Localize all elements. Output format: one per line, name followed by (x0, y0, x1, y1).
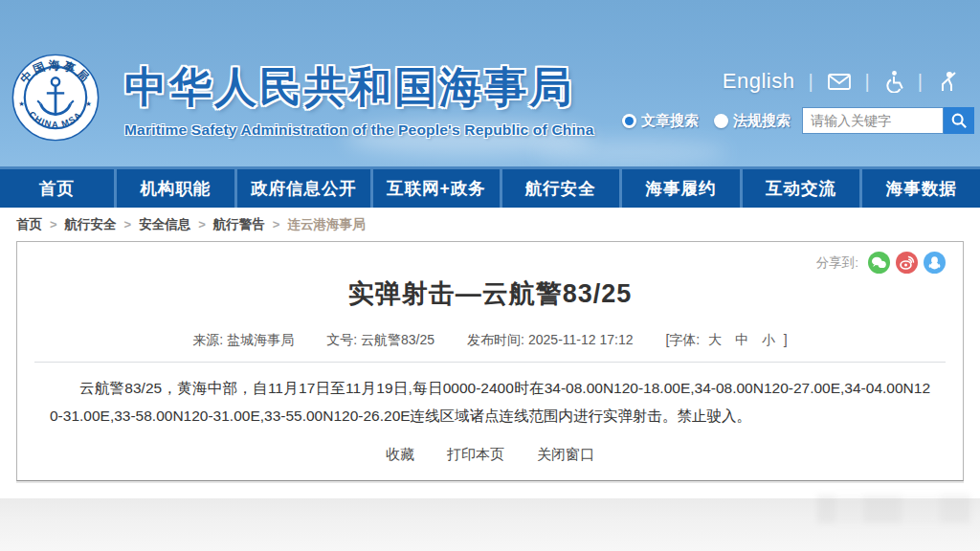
svg-text:★: ★ (18, 99, 25, 108)
font-size-suffix: ] (784, 332, 788, 347)
breadcrumb-separator: > (50, 217, 57, 231)
font-size-controls: [字体: 大 中 小 ] (665, 332, 787, 349)
breadcrumb: 首页 > 航行安全 > 安全信息 > 航行警告 > 连云港海事局 (0, 208, 980, 241)
article-body: 云航警83/25，黄海中部，自11月17日至11月19日,每日0000-2400… (50, 375, 930, 430)
breadcrumb-separator: > (198, 217, 206, 231)
meta-source: 来源:盐城海事局 (192, 332, 294, 349)
nav-item-interaction[interactable]: 互动交流 (743, 169, 860, 208)
search-bar: 文章搜索 法规搜索 (622, 107, 974, 134)
font-size-large-button[interactable]: 大 (708, 332, 722, 347)
radio-unselected-icon (714, 114, 728, 128)
share-row: 分享到: (816, 252, 946, 274)
cloud-decoration (536, 140, 727, 165)
meta-doc-no: 文号:云航警83/25 (326, 332, 434, 349)
search-input[interactable] (802, 107, 944, 134)
meta-source-label: 来源: (192, 332, 223, 347)
breadcrumb-item-navigation-safety[interactable]: 航行安全 (65, 216, 117, 233)
article-actions: 收藏 打印本页 关闭窗口 (17, 446, 963, 464)
meta-source-value: 盐城海事局 (227, 332, 294, 347)
favorite-button[interactable]: 收藏 (386, 446, 414, 464)
breadcrumb-item-safety-info[interactable]: 安全信息 (139, 216, 190, 233)
msa-logo[interactable]: 中国海事局 CHINA MSA ★ ★ (11, 54, 100, 142)
site-subtitle: Maritime Safety Administration of the Pe… (124, 121, 593, 139)
page: 中国海事局 CHINA MSA ★ ★ 中华人民共和国海事局 Maritime … (0, 0, 980, 551)
wechat-share-icon[interactable] (868, 252, 890, 274)
site-banner: 中国海事局 CHINA MSA ★ ★ 中华人民共和国海事局 Maritime … (0, 0, 980, 166)
breadcrumb-item-navigation-warning[interactable]: 航行警告 (213, 216, 265, 233)
meta-divider (34, 362, 946, 363)
article-title: 实弹射击—云航警83/25 (17, 276, 963, 311)
site-title: 中华人民共和国海事局 (124, 59, 593, 116)
print-button[interactable]: 打印本页 (447, 446, 504, 464)
nav-item-maritime-compliance[interactable]: 海事履约 (622, 169, 740, 208)
radio-article-label: 文章搜索 (641, 112, 699, 130)
meta-publish-value: 2025-11-12 17:12 (528, 332, 634, 347)
site-brand: 中华人民共和国海事局 Maritime Safety Administratio… (124, 59, 593, 139)
msa-logo-emblem: 中国海事局 CHINA MSA ★ ★ (11, 54, 100, 142)
watermark-blur (817, 495, 970, 523)
separator: | (865, 71, 870, 93)
weibo-share-icon[interactable] (896, 252, 918, 274)
accessibility-icon[interactable] (883, 70, 904, 93)
search-button[interactable] (944, 107, 974, 134)
font-size-small-button[interactable]: 小 (762, 332, 775, 347)
qq-share-icon[interactable] (924, 252, 946, 274)
nav-item-internet-gov[interactable]: 互联网+政务 (373, 169, 499, 208)
article-box: 分享到: (16, 241, 964, 481)
page-footer (0, 498, 980, 551)
nav-item-organization[interactable]: 机构职能 (117, 169, 234, 208)
radio-article-search[interactable]: 文章搜索 (622, 112, 699, 130)
english-link[interactable]: English (723, 69, 795, 94)
close-window-button[interactable]: 关闭窗口 (537, 446, 594, 464)
search-scope-radios: 文章搜索 法规搜索 (622, 112, 791, 130)
separator: | (918, 71, 923, 93)
search-icon (950, 112, 968, 129)
radio-regulation-label: 法规搜索 (733, 112, 791, 130)
nav-item-home[interactable]: 首页 (0, 169, 114, 208)
content-area: 分享到: (0, 241, 980, 498)
breadcrumb-item-home[interactable]: 首页 (16, 216, 42, 233)
user-icon[interactable] (936, 70, 959, 93)
meta-publish-label: 发布时间: (467, 332, 524, 347)
radio-regulation-search[interactable]: 法规搜索 (714, 112, 791, 130)
meta-publish-time: 发布时间:2025-11-12 17:12 (467, 332, 633, 349)
meta-doc-no-label: 文号: (326, 332, 357, 347)
font-size-medium-button[interactable]: 中 (735, 332, 748, 347)
article-meta: 来源:盐城海事局 文号:云航警83/25 发布时间:2025-11-12 17:… (17, 332, 963, 349)
radio-selected-icon (622, 114, 636, 128)
nav-item-maritime-data[interactable]: 海事数据 (862, 169, 980, 208)
main-nav: 首页 机构职能 政府信息公开 互联网+政务 航行安全 海事履约 互动交流 海事数… (0, 166, 980, 208)
breadcrumb-separator: > (124, 217, 132, 231)
nav-item-gov-info[interactable]: 政府信息公开 (237, 169, 371, 208)
breadcrumb-item-current: 连云港海事局 (287, 216, 365, 233)
svg-text:★: ★ (85, 99, 92, 108)
separator: | (808, 71, 813, 93)
breadcrumb-separator: > (273, 217, 280, 231)
utility-bar: English | | | (723, 69, 959, 94)
font-size-prefix: [字体: (665, 332, 700, 347)
mail-icon[interactable] (827, 71, 852, 92)
share-label: 分享到: (816, 254, 858, 272)
nav-item-navigation-safety[interactable]: 航行安全 (502, 169, 620, 208)
meta-doc-no-value: 云航警83/25 (361, 332, 434, 347)
